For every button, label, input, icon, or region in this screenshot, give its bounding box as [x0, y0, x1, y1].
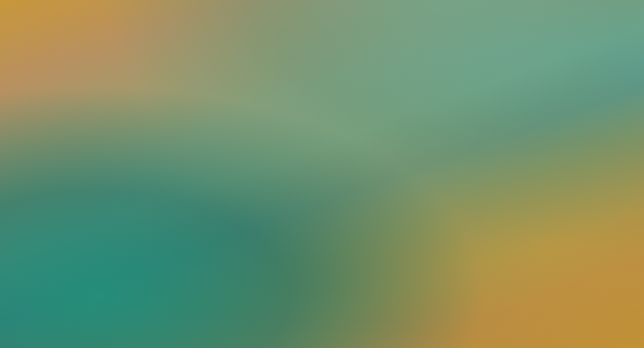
background: [0, 0, 644, 348]
bg-gradient: [0, 0, 644, 348]
